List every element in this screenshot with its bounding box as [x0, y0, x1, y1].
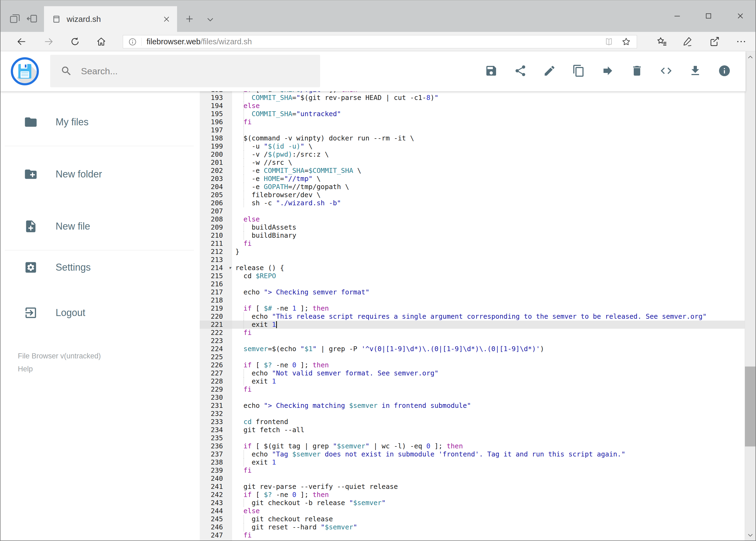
- code-line: 245 git checkout release: [200, 515, 745, 523]
- scroll-up-arrow-icon[interactable]: [745, 52, 755, 63]
- reading-view-icon[interactable]: [604, 37, 614, 47]
- url-text: filebrowser.web/files/wizard.sh: [146, 37, 252, 46]
- search-input[interactable]: [81, 66, 320, 77]
- line-number: 225: [200, 353, 232, 361]
- set-aside-tabs-icon[interactable]: [26, 12, 38, 25]
- new-tab-button[interactable]: [184, 14, 195, 24]
- line-number: 197: [200, 126, 232, 134]
- line-number: 211: [200, 240, 232, 248]
- file-actions: [485, 64, 731, 77]
- code-line: 237 echo "Tag $semver does not exist in …: [200, 450, 745, 458]
- line-number: 233: [200, 418, 232, 426]
- sidebar-item-my-files[interactable]: My files: [0, 111, 200, 134]
- line-number: 239: [200, 466, 232, 475]
- sidebar-item-settings[interactable]: Settings: [0, 256, 200, 279]
- browser-titlebar: wizard.sh: [0, 0, 756, 32]
- help-link[interactable]: Help: [18, 362, 101, 375]
- annotate-pen-icon[interactable]: [682, 36, 693, 47]
- window-minimize-button[interactable]: [672, 11, 682, 21]
- line-number: 237: [200, 450, 232, 458]
- sidebar-item-label: New file: [56, 221, 90, 232]
- address-bar[interactable]: filebrowser.web/files/wizard.sh: [123, 35, 637, 48]
- line-number: 236: [200, 442, 232, 450]
- line-number: 229: [200, 385, 232, 393]
- code-line: 227 echo "Not valid semver format. See s…: [200, 369, 745, 377]
- code-line: 236 if [ $(git tag | grep "$semver" | wc…: [200, 442, 745, 450]
- delete-button[interactable]: [630, 64, 643, 77]
- fold-marker-icon[interactable]: ▾: [229, 264, 231, 272]
- code-line: 216: [200, 280, 745, 288]
- line-number: 215: [200, 272, 232, 280]
- info-button[interactable]: [718, 64, 731, 77]
- line-number: 208: [200, 215, 232, 224]
- scrollbar-thumb[interactable]: [745, 366, 755, 446]
- sidebar-divider: [5, 250, 194, 251]
- sidebar-item-label: Settings: [56, 262, 91, 273]
- share-page-icon[interactable]: [709, 36, 720, 47]
- home-button[interactable]: [96, 36, 107, 47]
- code-line: 213: [200, 256, 745, 264]
- line-number: 213: [200, 256, 232, 264]
- sidebar-divider: [5, 146, 194, 146]
- app-version: File Browser v(untracked): [18, 349, 101, 362]
- code-editor[interactable]: 192 if [ -d "$REPO/.git" ]; then193 COMM…: [200, 51, 745, 541]
- code-line: 207: [200, 207, 745, 215]
- line-number: 219: [200, 304, 232, 312]
- hub-favorites-icon[interactable]: [656, 36, 668, 47]
- move-button[interactable]: [601, 64, 614, 77]
- line-number: 217: [200, 288, 232, 296]
- tab-close-icon[interactable]: [162, 15, 171, 24]
- tab-title: wizard.sh: [67, 15, 162, 24]
- sidebar-item-logout[interactable]: Logout: [0, 301, 200, 324]
- tab-menu-chevron-icon[interactable]: [205, 14, 215, 24]
- search-box[interactable]: [50, 55, 320, 87]
- filebrowser-logo[interactable]: [11, 57, 39, 85]
- line-number: 200: [200, 151, 232, 159]
- line-number: 199: [200, 142, 232, 151]
- refresh-button[interactable]: [70, 36, 81, 47]
- window-close-button[interactable]: [736, 11, 745, 21]
- line-number: 206: [200, 199, 232, 207]
- line-number: 221: [200, 320, 232, 329]
- code-line: 209 buildAssets: [200, 224, 745, 232]
- line-number: 193: [200, 94, 232, 102]
- code-line: 201 -w //src \: [200, 159, 745, 167]
- save-button[interactable]: [485, 64, 498, 77]
- code-line: 229 fi: [200, 385, 745, 393]
- code-button[interactable]: [660, 64, 672, 77]
- line-number: 224: [200, 345, 232, 353]
- copy-button[interactable]: [572, 64, 585, 77]
- site-info-icon[interactable]: [128, 37, 137, 46]
- back-button[interactable]: [16, 36, 27, 47]
- line-number: 242: [200, 491, 232, 499]
- share-button[interactable]: [514, 64, 527, 77]
- forward-button[interactable]: [43, 36, 54, 47]
- more-menu-icon[interactable]: [735, 36, 747, 47]
- code-line: 214▾release () {: [200, 264, 745, 272]
- download-button[interactable]: [689, 64, 702, 77]
- browser-tab[interactable]: wizard.sh: [44, 6, 177, 32]
- line-number: 222: [200, 329, 232, 337]
- edit-button[interactable]: [543, 64, 556, 77]
- sidebar-item-new-file[interactable]: New file: [0, 215, 200, 238]
- code-line: 221 exit 1: [200, 320, 745, 329]
- sidebar-item-new-folder[interactable]: New folder: [0, 163, 200, 186]
- code-line: 199 -u "$(id -u)" \: [200, 142, 745, 151]
- line-number: 204: [200, 183, 232, 191]
- code-line: 204 -e GOPATH=//tmp/gopath \: [200, 183, 745, 191]
- code-line: 243 git checkout -b release "$semver": [200, 499, 745, 507]
- code-line: 218: [200, 296, 745, 304]
- browser-navbar: filebrowser.web/files/wizard.sh: [0, 32, 756, 51]
- editor-scrollbar[interactable]: [745, 51, 755, 540]
- tab-preview-icon[interactable]: [9, 12, 21, 25]
- scroll-down-arrow-icon[interactable]: [745, 530, 755, 540]
- line-number: 198: [200, 134, 232, 142]
- favorite-star-icon[interactable]: [621, 37, 631, 47]
- file-plus-icon: [24, 219, 38, 234]
- code-line: 205 filebrowser/dev \: [200, 191, 745, 199]
- code-line: 217 echo "> Checking semver format": [200, 288, 745, 296]
- code-line: 202 -e COMMIT_SHA=$COMMIT_SHA \: [200, 167, 745, 175]
- line-number: 247: [200, 531, 232, 539]
- text-cursor: [276, 321, 277, 328]
- window-maximize-button[interactable]: [704, 11, 713, 21]
